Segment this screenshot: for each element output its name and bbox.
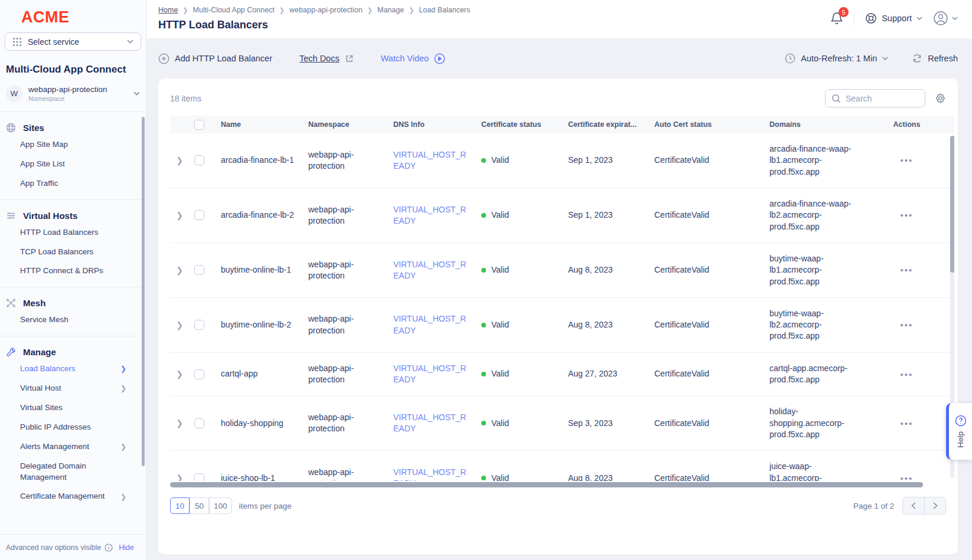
sidebar-item-service-mesh[interactable]: Service Mesh xyxy=(0,310,146,330)
gear-icon[interactable] xyxy=(935,93,946,104)
chevron-right-icon: ❯ xyxy=(120,442,126,452)
avatar xyxy=(933,11,948,26)
row-checkbox[interactable] xyxy=(194,418,204,428)
column-header-certificate-expiration[interactable]: Certificate expirat... xyxy=(568,120,654,129)
table-horizontal-scrollbar-track xyxy=(170,482,946,487)
cell-name: buytime-online-lb-1 xyxy=(221,264,308,276)
sidebar-item-http-load-balancers[interactable]: HTTP Load Balancers xyxy=(0,223,146,243)
page-size-100-button[interactable]: 100 xyxy=(209,497,232,514)
cell-dns-info[interactable]: VIRTUAL_HOST_READY xyxy=(393,363,481,386)
sidebar-item-public-ip-addresses[interactable]: Public IP Addresses xyxy=(0,418,146,437)
main-area: Home ❯ Multi-Cloud App Connect ❯ webapp-… xyxy=(146,0,972,560)
cell-domains: buytime-waap-lb2.acmecorp-prod.f5xc.app xyxy=(769,308,864,342)
row-expander[interactable]: ❯ xyxy=(170,369,189,379)
row-expander[interactable]: ❯ xyxy=(170,211,189,220)
cell-dns-info[interactable]: VIRTUAL_HOST_READY xyxy=(393,149,481,172)
column-header-namespace[interactable]: Namespace xyxy=(308,120,393,129)
nav-section-title: Virtual Hosts xyxy=(23,211,77,221)
cell-auto-cert-status: CertificateValid xyxy=(654,473,769,481)
notifications-button[interactable]: 5 xyxy=(830,11,843,25)
row-checkbox[interactable] xyxy=(194,210,204,220)
row-checkbox[interactable] xyxy=(194,473,204,481)
add-http-load-balancer-button[interactable]: Add HTTP Load Balancer xyxy=(158,53,272,64)
row-expander[interactable]: ❯ xyxy=(170,266,189,275)
row-expander[interactable]: ❯ xyxy=(170,320,189,330)
table-row: ❯ cartql-app webapp-api-protection VIRTU… xyxy=(170,353,954,397)
column-header-auto-cert-status[interactable]: Auto Cert status xyxy=(654,120,769,129)
row-expander[interactable]: ❯ xyxy=(170,418,189,428)
row-checkbox[interactable] xyxy=(194,155,204,165)
cell-dns-info[interactable]: VIRTUAL_HOST_READY xyxy=(393,467,481,481)
sidebar-scrollbar[interactable] xyxy=(142,117,145,466)
sidebar-item-virtual-sites[interactable]: Virtual Sites xyxy=(0,398,146,418)
tech-docs-link[interactable]: Tech Docs xyxy=(299,54,354,63)
previous-page-button[interactable] xyxy=(903,497,924,514)
sidebar-item-app-site-map[interactable]: App Site Map xyxy=(0,135,146,155)
chevron-separator-icon: ❯ xyxy=(367,6,373,14)
select-all-checkbox[interactable] xyxy=(194,120,204,130)
cell-dns-info[interactable]: VIRTUAL_HOST_READY xyxy=(393,313,481,336)
sidebar-item-certificate-management[interactable]: Certificate Management ❯ xyxy=(0,487,146,506)
column-header-name[interactable]: Name xyxy=(221,120,308,129)
next-page-button[interactable] xyxy=(924,497,945,514)
cell-domains: arcadia-finance-waap-lb2.acmecorp-prod.f… xyxy=(769,198,864,232)
status-dot xyxy=(481,158,486,163)
cell-auto-cert-status: CertificateValid xyxy=(654,368,769,379)
service-picker-label: Select service xyxy=(28,37,79,47)
account-menu[interactable] xyxy=(933,11,958,26)
breadcrumb-multi-cloud-app-connect[interactable]: Multi-Cloud App Connect xyxy=(193,6,275,14)
breadcrumb-namespace[interactable]: webapp-api-protection xyxy=(289,6,363,14)
sidebar-item-alerts-management[interactable]: Alerts Management ❯ xyxy=(0,437,146,457)
cell-certificate-expiration: Aug 8, 2023 xyxy=(568,473,654,481)
row-actions-menu[interactable]: ••• xyxy=(864,155,954,165)
cell-dns-info[interactable]: VIRTUAL_HOST_READY xyxy=(393,412,481,435)
help-tab[interactable]: Help xyxy=(946,403,972,460)
row-actions-menu[interactable]: ••• xyxy=(864,473,954,481)
sidebar-item-tcp-load-balancers[interactable]: TCP Load Balancers xyxy=(0,243,146,262)
sidebar-item-http-connect-drps[interactable]: HTTP Connect & DRPs xyxy=(0,261,146,281)
column-header-dns-info[interactable]: DNS Info xyxy=(393,120,481,129)
row-actions-menu[interactable]: ••• xyxy=(864,418,954,428)
chevron-down-icon xyxy=(133,91,140,96)
column-header-domains[interactable]: Domains xyxy=(769,120,864,129)
row-expander[interactable]: ❯ xyxy=(170,156,189,165)
items-per-page-label: items per page xyxy=(239,502,292,510)
cell-dns-info[interactable]: VIRTUAL_HOST_READY xyxy=(393,259,481,282)
row-expander[interactable]: ❯ xyxy=(170,473,189,481)
column-header-certificate-status[interactable]: Certificate status xyxy=(481,120,568,129)
service-picker-dropdown[interactable]: Select service xyxy=(5,32,141,51)
breadcrumb-home[interactable]: Home xyxy=(158,6,178,14)
row-actions-menu[interactable]: ••• xyxy=(864,265,954,275)
breadcrumb-load-balancers[interactable]: Load Balancers xyxy=(419,6,470,14)
sidebar-item-load-balancers[interactable]: Load Balancers ❯ xyxy=(0,359,146,379)
breadcrumb-manage[interactable]: Manage xyxy=(377,6,404,14)
refresh-icon xyxy=(912,53,922,64)
sidebar-item-app-site-list[interactable]: App Site List xyxy=(0,155,146,174)
watch-video-link[interactable]: Watch Video xyxy=(381,53,445,64)
row-checkbox[interactable] xyxy=(194,369,204,379)
cell-auto-cert-status: CertificateValid xyxy=(654,319,769,330)
auto-refresh-dropdown[interactable]: Auto-Refresh: 1 Min xyxy=(785,53,888,64)
row-actions-menu[interactable]: ••• xyxy=(864,369,954,379)
chevron-right-icon: ❯ xyxy=(120,492,126,502)
row-checkbox[interactable] xyxy=(194,320,204,330)
cell-dns-info[interactable]: VIRTUAL_HOST_READY xyxy=(393,204,481,227)
help-label: Help xyxy=(956,431,965,448)
page-size-50-button[interactable]: 50 xyxy=(190,497,209,514)
refresh-button[interactable]: Refresh xyxy=(912,53,958,64)
row-actions-menu[interactable]: ••• xyxy=(864,320,954,330)
sidebar-item-delegated-domain-management[interactable]: Delegated Domain Management xyxy=(0,457,146,487)
page-size-10-button[interactable]: 10 xyxy=(170,497,190,514)
search-input[interactable] xyxy=(846,94,911,103)
support-menu[interactable]: Support xyxy=(865,12,922,24)
row-actions-menu[interactable]: ••• xyxy=(864,210,954,220)
sidebar-item-app-traffic[interactable]: App Traffic xyxy=(0,174,146,194)
row-checkbox[interactable] xyxy=(194,265,204,275)
chevron-right-icon xyxy=(933,502,938,509)
grid-icon xyxy=(12,37,22,47)
hide-nav-link[interactable]: Hide xyxy=(119,543,134,552)
cell-namespace: webapp-api-protection xyxy=(308,467,393,481)
namespace-selector[interactable]: W webapp-api-protection Namespace xyxy=(5,84,141,112)
table-horizontal-scrollbar[interactable] xyxy=(170,482,923,487)
sidebar-item-virtual-host[interactable]: Virtual Host ❯ xyxy=(0,379,146,398)
